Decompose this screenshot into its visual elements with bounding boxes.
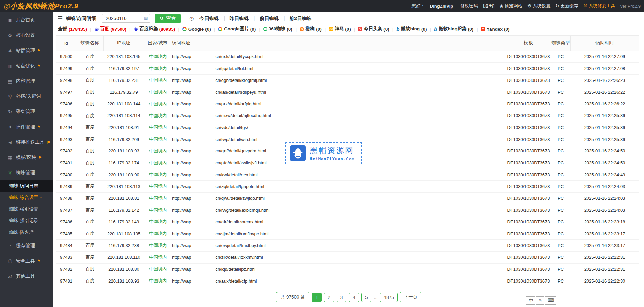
url-censor-block [191,160,215,165]
quick-link-2[interactable]: 前日蜘蛛 [255,15,284,22]
next-page-button[interactable]: 下一页 [400,292,422,302]
url-censor-block [191,231,215,236]
filter-tab-全部[interactable]: 全部(178435) [58,26,87,32]
sidebar-item-9[interactable]: ▦模板/区块⚑ [0,150,53,165]
sidebar-item-label: 后台首页 [16,17,35,23]
system-settings-link[interactable]: ⚙系统设置 [527,3,551,9]
cell-region: 中国境内 [144,219,172,225]
cell-spider-type: PC [551,243,571,248]
filter-label: 百度渲染 [140,26,158,32]
sidebar-subitem-label: 蜘蛛·强引记录 [9,218,38,224]
filter-tab-微软bing渲染[interactable]: b微软bing渲染(0) [434,26,473,32]
filter-tab-Google图片[interactable]: Google图片(0) [218,26,256,32]
table-row: 97484百度116.179.32.238中国境内http://wapcn/ew… [56,240,639,252]
url-censor-block [191,66,215,71]
cell-region: 中国境内 [144,231,172,237]
sidebar-subitem-15[interactable]: 蜘蛛·防火墙 [0,227,53,238]
date-input[interactable] [105,15,144,21]
cell-id: 97500 [56,54,76,59]
sidebar-item-8[interactable]: ◄链接推送工具⚑ [0,134,53,150]
cell-visit-time: 2025-01-16 22:27:09 [571,54,639,59]
preview-site-link[interactable]: ◉预览网站 [499,3,522,9]
cell-url: http://wapcn/vdc/detail/lgs/ [172,125,506,130]
chart-icon: ▥ [7,63,13,69]
page-button-2[interactable]: 2 [324,293,334,302]
page-button-1[interactable]: 1 [312,293,322,302]
sidebar-item-0[interactable]: ▣后台首页 [0,12,53,28]
sidebar-subitem-14[interactable]: 蜘蛛·强引记录 [0,215,53,227]
sidebar-item-2[interactable]: ♟站群管理⚑ [0,43,53,58]
sidebar-item-10[interactable]: ✳蜘蛛管理 [0,165,53,180]
filter-tab-今日头条[interactable]: 头今日头条(0) [358,26,389,32]
ime-key-0[interactable]: 中 [526,296,535,305]
filter-count: (0) [345,26,351,32]
filter-tab-神马[interactable]: 神神马(0) [329,26,351,32]
sidebar-subitem-11[interactable]: 蜘蛛·访问日志 [0,180,53,192]
url-tail: cn/rwg/detail/axblcmqjl.html [215,207,269,213]
change-password-link[interactable]: 修改密码 [460,3,478,9]
ime-key-2[interactable]: ⌨ [545,296,556,305]
update-cache-link[interactable]: ↻更新缓存 [555,3,578,9]
monitor-icon: ▣ [7,17,13,23]
sidebar-item-18[interactable]: ⇄其他工具 [0,269,53,284]
sidebar-item-1[interactable]: ⚙核心设置 [0,28,53,43]
sidebar-subitem-12[interactable]: 蜘蛛·综合设置↑ [0,192,53,203]
cell-region: 中国境内 [144,254,172,260]
filter-count: (0) [504,26,510,32]
cell-region: 中国境内 [144,183,172,189]
ime-key-1[interactable]: ✎ [536,296,544,305]
filter-tab-Google[interactable]: Google(0) [182,26,211,32]
table-row: 97497百度116.179.32.79中国境内http://wapcn/ias… [56,86,639,98]
cell-url: http://wapcn/ias/detail/sdspeyu.html [172,90,506,95]
filter-tab-百度[interactable]: 百度(97500) [94,26,127,32]
cell-visit-time: 2025-01-16 22:22:30 [571,278,639,284]
url-prefix: http://wap [172,172,191,177]
cell-region: 中国境内 [144,113,172,119]
sidebar-item-3[interactable]: ▥站点优化⚑ [0,58,53,73]
cell-url: http://wapcn/aux/detail/cfp.html [172,278,506,284]
sidebar-item-4[interactable]: ▤内容管理 [0,73,53,89]
filter-tab-微软bing[interactable]: b微软bing(0) [396,26,427,32]
toolbar: ☰ 蜘蛛访问明细 ▦ 查看 ◷今日蜘蛛|昨日蜘蛛|前日蜘蛛|前2日蜘蛛 [53,12,644,24]
sidebar-item-label: 核心设置 [16,32,35,38]
quick-link-0[interactable]: 今日蜘蛛 [195,15,223,22]
quick-link-3[interactable]: 前2日蜘蛛 [285,15,316,22]
quick-link-1[interactable]: 昨日蜘蛛 [225,15,254,22]
filter-tab-搜狗[interactable]: S搜狗(0) [300,26,322,32]
plug-icon: ✦ [7,124,13,130]
url-prefix: http://wap [172,267,191,272]
sidebar-item-5[interactable]: ⚲外链/关键词 [0,89,53,104]
logout-link[interactable]: [退出] [483,3,494,9]
cell-id: 97490 [56,172,76,177]
cell-ip: 220.181.108.113 [104,184,144,189]
sidebar-item-17[interactable]: ☉安全工具⚑ [0,253,53,269]
sidebar-item-label: 外链/关键词 [16,93,41,100]
cell-ip: 220.181.108.81 [104,196,144,201]
page-button-4875[interactable]: 4875 [380,293,398,302]
cell-url: http://wapcn/air/detail/zorcmx.html [172,219,506,224]
url-censor-block [191,196,215,201]
page-button-4[interactable]: 4 [349,293,359,302]
sidebar-subitem-13[interactable]: 蜘蛛·强引设置↑ [0,203,53,215]
repair-tool-link[interactable]: ⚒系统修复工具 [583,3,615,9]
sidebar-item-6[interactable]: ↻采集管理 [0,104,53,119]
page-button-3[interactable]: 3 [337,293,347,302]
view-button[interactable]: 查看 [155,14,181,23]
filter-tab-Yandex[interactable]: YYandex(0) [481,26,510,32]
cell-region: 中国境内 [144,148,172,154]
cell-id: 97493 [56,137,76,142]
filter-tab-百度渲染[interactable]: 百度渲染(80935) [134,26,175,32]
sidebar-item-label: 安全工具 [16,258,35,264]
column-header-tp: 模板 [506,36,551,51]
google-icon [218,27,222,31]
url-tail: cn/pfa/detail/zwiksjvft.html [215,160,266,165]
page-button-5[interactable]: 5 [361,293,372,302]
cell-spider-type: PC [551,137,571,142]
calendar-icon[interactable]: ▦ [144,16,148,21]
url-tail: cn/zlx/detail/ioxkmv.html [215,255,263,260]
cell-visit-time: 2025-01-16 22:23:17 [571,231,639,236]
filter-tab-360蜘蛛[interactable]: 360蜘蛛(0) [263,26,292,32]
sidebar-item-7[interactable]: ✦插件管理⚑ [0,119,53,134]
sidebar-item-16[interactable]: ◔缓存管理 [0,238,53,253]
cell-visit-time: 2025-01-16 22:22:31 [571,267,639,272]
